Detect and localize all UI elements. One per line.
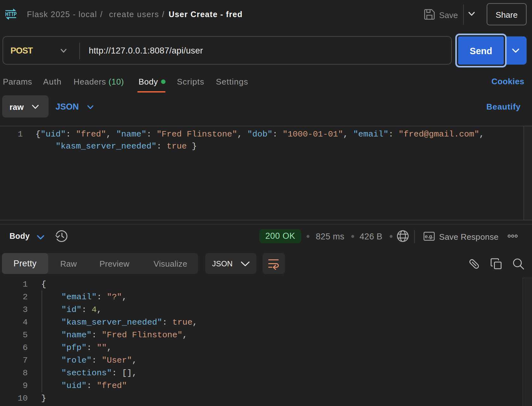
svg-text:HTTP: HTTP	[5, 11, 17, 17]
svg-text:e.g.: e.g.	[425, 234, 434, 239]
